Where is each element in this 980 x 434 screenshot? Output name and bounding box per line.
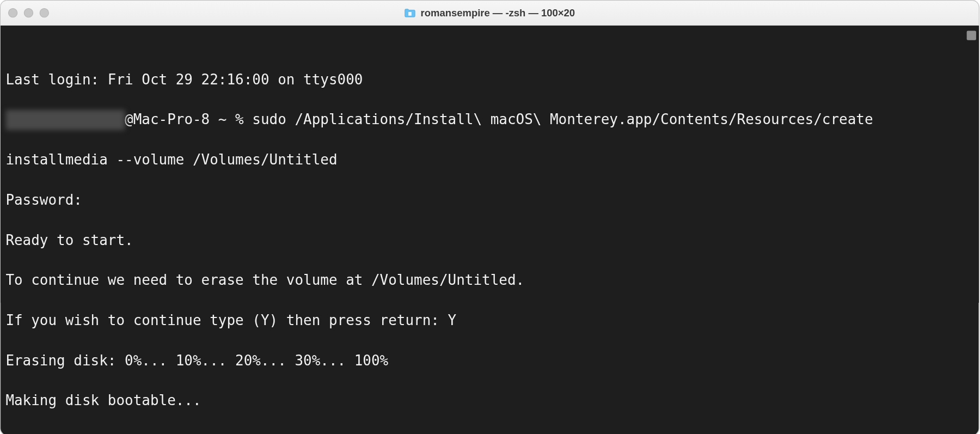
command-text: sudo /Applications/Install\ macOS\ Monte… <box>252 111 873 127</box>
window-title-group: romansempire — -zsh — 100×20 <box>405 7 575 19</box>
svg-rect-0 <box>408 12 412 16</box>
minimize-button[interactable] <box>24 8 33 17</box>
terminal-line: Erasing disk: 0%... 10%... 20%... 30%...… <box>5 351 973 371</box>
terminal-line: Making disk bootable... <box>5 391 973 411</box>
terminal-body[interactable]: Last login: Fri Oct 29 22:16:00 on ttys0… <box>1 26 978 434</box>
redacted-username: xxxxxxxxxxxxxx <box>5 110 125 130</box>
close-button[interactable] <box>8 8 17 17</box>
window-controls <box>8 8 49 17</box>
terminal-line: Password: <box>5 190 973 210</box>
terminal-line: Copying to disk: 0%... 10%... 20%... 30%… <box>5 431 973 434</box>
terminal-line: xxxxxxxxxxxxxx@Mac-Pro-8 ~ % sudo /Appli… <box>5 109 973 130</box>
terminal-line: To continue we need to erase the volume … <box>5 271 973 291</box>
terminal-window: romansempire — -zsh — 100×20 Last login:… <box>0 0 979 434</box>
terminal-line: Last login: Fri Oct 29 22:16:00 on ttys0… <box>5 70 973 90</box>
prompt-host: @Mac-Pro-8 ~ % <box>125 111 252 127</box>
terminal-line: installmedia --volume /Volumes/Untitled <box>5 150 973 170</box>
terminal-line: Ready to start. <box>5 230 973 250</box>
zoom-button[interactable] <box>40 8 49 17</box>
scroll-indicator[interactable] <box>967 30 976 40</box>
folder-icon <box>405 8 416 17</box>
window-title: romansempire — -zsh — 100×20 <box>421 7 575 19</box>
titlebar[interactable]: romansempire — -zsh — 100×20 <box>1 1 978 26</box>
terminal-line: If you wish to continue type (Y) then pr… <box>5 310 973 331</box>
